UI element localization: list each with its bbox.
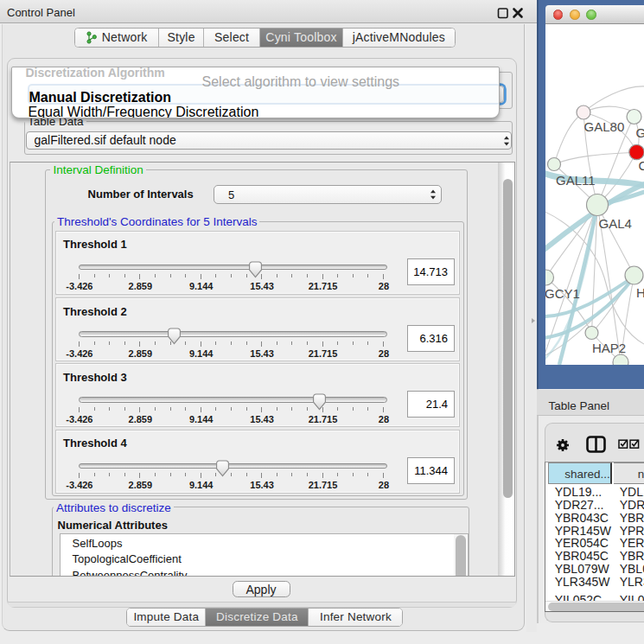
svg-text:GAL4: GAL4: [598, 216, 631, 231]
svg-text:GCY1: GCY1: [545, 286, 580, 301]
svg-text:GAL80: GAL80: [583, 119, 624, 134]
svg-text:H: H: [636, 285, 644, 300]
svg-text:C: C: [638, 158, 644, 173]
svg-text:GA: GA: [635, 125, 644, 140]
svg-text:GAL11: GAL11: [556, 173, 596, 188]
svg-text:HAP2: HAP2: [592, 341, 626, 355]
